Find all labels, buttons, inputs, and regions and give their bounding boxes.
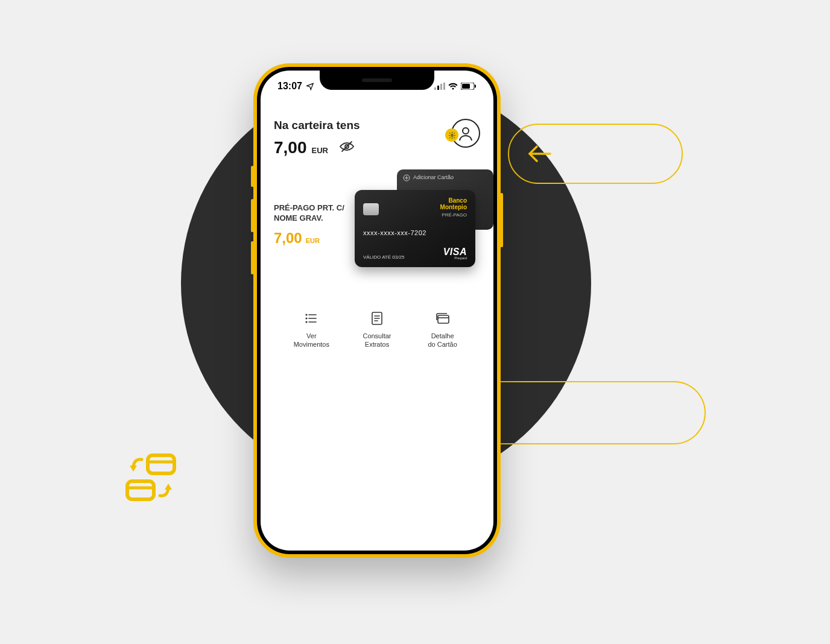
svg-rect-10	[443, 83, 445, 90]
svg-point-16	[463, 128, 469, 134]
person-icon	[457, 125, 474, 142]
toggle-visibility-button[interactable]	[339, 140, 355, 155]
wifi-icon	[448, 83, 458, 90]
wallet-balance: 7,00	[274, 138, 307, 157]
svg-rect-8	[437, 86, 439, 90]
card-number: xxxx-xxxx-xxx-7202	[363, 229, 467, 236]
card-details-button[interactable]: Detalhedo Cartão	[416, 311, 470, 349]
phone-volume-up	[251, 199, 254, 232]
svg-point-25	[306, 321, 308, 323]
cellular-icon	[434, 83, 445, 90]
action-label: VerMovimentos	[294, 332, 329, 349]
view-statements-button[interactable]: ConsultarExtratos	[350, 311, 404, 349]
svg-marker-5	[130, 466, 137, 472]
card-swap-icon	[124, 452, 178, 507]
list-icon	[303, 311, 319, 326]
card-type: PRÉ-PAGO	[440, 213, 467, 218]
svg-rect-7	[434, 87, 436, 90]
svg-rect-3	[127, 481, 154, 499]
battery-icon	[461, 83, 477, 90]
phone-screen: 13:07 Na carteira tens 7,00 EUR	[261, 71, 493, 551]
svg-rect-1	[148, 455, 174, 473]
phone-notch	[320, 71, 434, 90]
svg-rect-9	[440, 84, 442, 90]
profile-button[interactable]	[451, 119, 480, 148]
card-chip-icon	[363, 203, 379, 215]
wallet-label: Na carteira tens	[274, 119, 360, 132]
svg-rect-31	[438, 315, 449, 323]
card-name-line2: NOME GRAV.	[274, 213, 323, 223]
card-network: VISA	[443, 248, 467, 256]
decorative-pill-bottom	[501, 381, 706, 444]
phone-silent-switch	[251, 166, 254, 187]
card-valid: VÁLIDO ATÉ 03/25	[363, 254, 404, 260]
settings-badge[interactable]	[445, 128, 458, 142]
arrow-left-icon	[526, 144, 553, 164]
card-name-line1: PRÉ-PAGO PRT. C/	[274, 203, 344, 212]
phone-frame: 13:07 Na carteira tens 7,00 EUR	[253, 63, 501, 558]
view-movements-button[interactable]: VerMovimentos	[284, 311, 338, 349]
action-label: ConsultarExtratos	[363, 332, 391, 349]
status-time: 13:07	[277, 81, 302, 92]
credit-card[interactable]: BancoMontepio PRÉ-PAGO xxxx-xxxx-xxx-720…	[355, 190, 475, 267]
wallet-currency: EUR	[312, 146, 328, 155]
svg-point-17	[451, 134, 452, 136]
gear-icon	[448, 131, 456, 139]
svg-marker-6	[165, 484, 172, 490]
add-card-label: Adicionar Cartão	[413, 174, 454, 180]
svg-point-21	[306, 314, 308, 315]
svg-rect-13	[475, 85, 476, 88]
cards-icon	[435, 311, 451, 326]
svg-point-23	[306, 318, 308, 319]
card-brand: BancoMontepio	[440, 197, 467, 210]
plus-circle-icon	[403, 174, 410, 182]
location-icon	[306, 82, 314, 90]
phone-power-button	[500, 193, 503, 247]
card-currency: EUR	[306, 237, 320, 244]
phone-volume-down	[251, 241, 254, 274]
card-balance: 7,00	[274, 230, 302, 247]
decorative-pill-arrow	[508, 124, 683, 184]
card-name: PRÉ-PAGO PRT. C/ NOME GRAV.	[274, 203, 364, 224]
action-label: Detalhedo Cartão	[428, 332, 457, 349]
card-network-sub: Prepaid	[443, 256, 467, 260]
svg-rect-12	[462, 84, 470, 89]
document-icon	[369, 311, 385, 326]
